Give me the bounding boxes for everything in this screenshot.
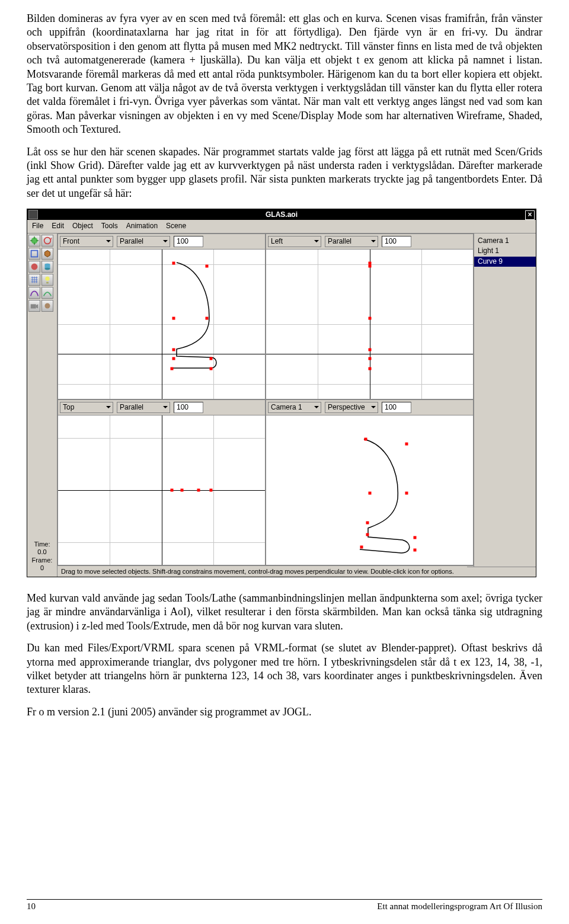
tool-sphere-icon[interactable] [28, 261, 40, 273]
paragraph-4: Du kan med Files/Export/VRML spara scene… [27, 641, 542, 697]
tool-cube-icon[interactable] [41, 248, 53, 260]
vp2-proj-drop[interactable]: Parallel [117, 402, 170, 414]
svg-point-1 [44, 237, 51, 244]
vp1-zoom[interactable]: 100 [382, 236, 411, 248]
vp3-proj-drop[interactable]: Perspective [325, 402, 378, 414]
time-label: Time: [28, 541, 56, 548]
svg-point-9 [45, 303, 50, 308]
menu-file[interactable]: File [32, 222, 43, 231]
object-item-camera[interactable]: Camera 1 [474, 236, 536, 247]
paragraph-3: Med kurvan vald använde jag sedan Tools/… [27, 592, 542, 633]
object-list: Camera 1 Light 1 Curve 9 [474, 234, 536, 577]
app-window: GLAS.aoi × File Edit Object Tools Animat… [27, 209, 536, 577]
vp0-view-drop[interactable]: Front [60, 236, 113, 248]
paragraph-5: Fr o m version 2.1 (juni 2005) använder … [27, 705, 542, 719]
vp1-canvas[interactable] [266, 250, 473, 398]
menu-tools[interactable]: Tools [101, 222, 118, 231]
tool-move-icon[interactable] [28, 235, 40, 247]
menubar: File Edit Object Tools Animation Scene [27, 220, 536, 234]
vp2-zoom[interactable]: 100 [174, 402, 203, 414]
vp0-canvas[interactable] [58, 250, 265, 398]
close-icon[interactable]: × [525, 210, 535, 220]
tool-cylinder-icon[interactable] [41, 261, 53, 273]
vp2-view-drop[interactable]: Top [60, 402, 113, 414]
status-text: Drag to move selected objects. Shift-dra… [61, 567, 454, 575]
paragraph-1: Bilden domineras av fyra vyer av en scen… [27, 12, 542, 137]
vp3-zoom[interactable]: 100 [382, 402, 411, 414]
page-number: 10 [27, 901, 36, 913]
toolbar: Time: 0.0 Frame: 0 [27, 234, 57, 577]
vp3-view-drop[interactable]: Camera 1 [268, 402, 321, 414]
tool-curve1-icon[interactable] [28, 287, 40, 299]
window-title: GLAS.aoi [27, 209, 536, 220]
object-item-light[interactable]: Light 1 [474, 246, 536, 257]
vp3-canvas[interactable] [266, 415, 473, 564]
tool-other-icon[interactable] [41, 300, 53, 312]
svg-point-3 [31, 263, 38, 270]
vp0-proj-drop[interactable]: Parallel [117, 236, 170, 248]
object-item-curve[interactable]: Curve 9 [474, 257, 536, 267]
tool-curve2-icon[interactable] [41, 287, 53, 299]
object-scrollbar[interactable] [467, 567, 536, 577]
viewport-front: Front Parallel 100 [57, 234, 266, 399]
svg-point-7 [45, 276, 49, 280]
vp1-proj-drop[interactable]: Parallel [325, 236, 378, 248]
tool-camera-icon[interactable] [28, 300, 40, 312]
svg-point-6 [45, 267, 50, 270]
vp1-view-drop[interactable]: Left [268, 236, 321, 248]
time-value: 0.0 [28, 548, 56, 556]
status-bar: Drag to move selected objects. Shift-dra… [57, 565, 474, 577]
time-panel: Time: 0.0 Frame: 0 [28, 541, 56, 575]
paragraph-2: Låt oss se hur den här scenen skapades. … [27, 145, 542, 201]
tool-light-icon[interactable] [41, 274, 53, 286]
svg-rect-2 [31, 250, 38, 257]
sys-menu-icon[interactable] [28, 210, 38, 219]
svg-rect-8 [31, 304, 36, 308]
tool-mesh-icon[interactable] [28, 274, 40, 286]
viewport-left: Left Parallel 100 [266, 234, 474, 399]
menu-scene[interactable]: Scene [166, 222, 186, 231]
frame-value: 0 [28, 564, 56, 572]
tool-scale-icon[interactable] [28, 248, 40, 260]
title-bar[interactable]: GLAS.aoi × [27, 209, 536, 220]
frame-label: Frame: [28, 557, 56, 564]
menu-object[interactable]: Object [72, 222, 93, 231]
page-footer: 10 Ett annat modelleringsprogram Art Of … [27, 899, 542, 913]
tool-rotate-icon[interactable] [41, 235, 53, 247]
menu-edit[interactable]: Edit [52, 222, 64, 231]
vp2-canvas[interactable] [58, 415, 265, 564]
viewport-camera: Camera 1 Perspective 100 [266, 399, 474, 565]
footer-title: Ett annat modelleringsprogram Art Of Ill… [377, 901, 542, 913]
viewport-top: Top Parallel 100 [57, 399, 266, 565]
menu-animation[interactable]: Animation [126, 222, 158, 231]
vp0-zoom[interactable]: 100 [174, 236, 203, 248]
